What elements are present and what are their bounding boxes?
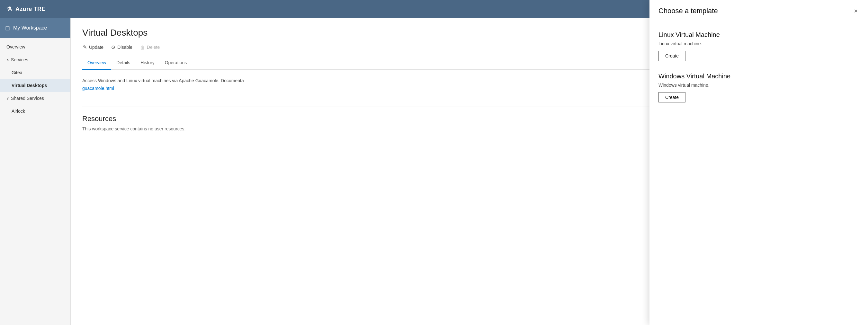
workspace-nav-item[interactable]: ◻ My Workspace [0, 18, 70, 38]
sidebar-item-airlock[interactable]: Airlock [0, 105, 70, 118]
delete-button[interactable]: 🗑 Delete [140, 43, 160, 52]
sidebar-item-gitea[interactable]: Gitea [0, 66, 70, 79]
sidebar-item-services[interactable]: ∧ Services [0, 53, 70, 66]
panel-header: Choose a template × [649, 18, 868, 22]
airlock-label: Airlock [11, 108, 25, 114]
windows-vm-create-button[interactable]: Create [658, 92, 685, 102]
app-icon: ⚗ [6, 5, 12, 13]
tab-details[interactable]: Details [111, 56, 135, 70]
tab-overview[interactable]: Overview [82, 56, 111, 70]
delete-icon: 🗑 [140, 45, 145, 50]
sidebar-item-overview[interactable]: Overview [0, 40, 70, 53]
panel-body: Linux Virtual Machine Linux virtual mach… [649, 22, 868, 325]
services-label: Services [11, 57, 28, 62]
template-card-windows: Windows Virtual Machine Windows virtual … [658, 73, 859, 102]
disable-icon: ⊙ [111, 44, 115, 50]
main-layout: ◻ My Workspace Overview ∧ Services Gitea… [0, 18, 868, 325]
linux-vm-name: Linux Virtual Machine [658, 31, 859, 38]
disable-button[interactable]: ⊙ Disable [111, 43, 133, 52]
gitea-label: Gitea [11, 70, 22, 75]
chevron-up-icon: ∧ [6, 58, 9, 62]
sidebar-nav: Overview ∧ Services Gitea Virtual Deskto… [0, 38, 70, 325]
workspace-icon: ◻ [5, 24, 10, 31]
sidebar-item-shared-services[interactable]: ∨ Shared Services [0, 92, 70, 105]
workspace-label: My Workspace [13, 25, 47, 31]
disable-label: Disable [117, 45, 132, 50]
delete-label: Delete [147, 45, 160, 50]
sidebar-item-virtual-desktops[interactable]: Virtual Desktops [0, 79, 70, 92]
tab-operations[interactable]: Operations [160, 56, 192, 70]
guacamole-link[interactable]: guacamole.html [82, 86, 114, 91]
overview-label: Overview [6, 44, 25, 50]
virtual-desktops-label: Virtual Desktops [11, 83, 47, 88]
app-title: Azure TRE [16, 6, 45, 12]
update-label: Update [89, 45, 103, 50]
linux-vm-desc: Linux virtual machine. [658, 41, 859, 46]
update-icon: ✎ [83, 44, 87, 50]
sidebar: ◻ My Workspace Overview ∧ Services Gitea… [0, 18, 71, 325]
windows-vm-name: Windows Virtual Machine [658, 73, 859, 80]
windows-vm-desc: Windows virtual machine. [658, 83, 859, 88]
shared-services-label: Shared Services [11, 96, 44, 101]
linux-vm-create-button[interactable]: Create [658, 51, 685, 61]
template-card-linux: Linux Virtual Machine Linux virtual mach… [658, 31, 859, 61]
tab-history[interactable]: History [135, 56, 160, 70]
chevron-down-icon: ∨ [6, 96, 9, 100]
update-button[interactable]: ✎ Update [82, 43, 104, 52]
template-panel: Choose a template × Linux Virtual Machin… [649, 18, 868, 325]
